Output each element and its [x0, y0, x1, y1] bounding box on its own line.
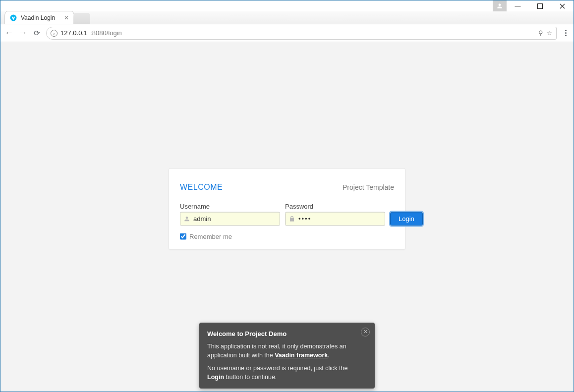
toast-close-button[interactable]: ✕ — [361, 328, 370, 336]
svg-rect-0 — [538, 3, 543, 8]
vaadin-favicon-icon — [10, 14, 17, 21]
password-input-wrap[interactable] — [285, 212, 385, 225]
welcome-toast: ✕ Welcome to Project Demo This applicati… — [199, 323, 375, 389]
window-maximize-button[interactable] — [529, 0, 551, 11]
username-input-wrap[interactable] — [180, 212, 280, 225]
welcome-heading: WELCOME — [180, 182, 223, 191]
window-minimize-button[interactable]: ― — [507, 0, 529, 11]
window-close-button[interactable] — [551, 0, 574, 11]
remember-me-label: Remember me — [189, 232, 232, 240]
vaadin-framework-link[interactable]: Vaadin framework — [275, 352, 328, 359]
password-input[interactable] — [298, 215, 382, 223]
username-label: Username — [180, 202, 280, 210]
login-card: WELCOME Project Template Username Passwo… — [169, 168, 405, 249]
browser-tab[interactable]: Vaadin Login ✕ — [4, 11, 74, 24]
toast-line-1: This application is not real, it only de… — [207, 342, 357, 360]
new-tab-button[interactable] — [73, 13, 90, 24]
bookmark-icon[interactable]: ☆ — [546, 29, 552, 37]
lock-icon — [288, 215, 295, 222]
site-info-icon[interactable]: i — [51, 30, 57, 37]
toast-title: Welcome to Project Demo — [207, 330, 357, 339]
window-titlebar: ― — [0, 0, 574, 11]
user-icon — [183, 215, 190, 222]
chrome-user-icon[interactable] — [493, 0, 507, 11]
save-password-icon[interactable]: ⚲ — [538, 29, 543, 37]
password-label: Password — [285, 202, 385, 210]
toast-line-2: No username or password is required, jus… — [207, 364, 357, 382]
login-button[interactable]: Login — [390, 212, 423, 225]
url-host: 127.0.0.1 — [60, 29, 87, 37]
url-path: :8080/login — [90, 29, 122, 37]
project-name: Project Template — [343, 183, 394, 191]
address-bar[interactable]: i 127.0.0.1:8080/login ⚲ ☆ — [46, 27, 557, 40]
back-button[interactable]: ← — [4, 28, 13, 38]
tab-close-icon[interactable]: ✕ — [64, 14, 69, 21]
username-input[interactable] — [193, 215, 277, 223]
browser-toolbar: ← → ⟳ i 127.0.0.1:8080/login ⚲ ☆ — [0, 24, 574, 42]
reload-button[interactable]: ⟳ — [32, 29, 41, 38]
forward-button[interactable]: → — [18, 28, 27, 38]
remember-me-checkbox[interactable] — [180, 233, 186, 239]
browser-tabstrip: Vaadin Login ✕ — [0, 11, 574, 24]
page-content: WELCOME Project Template Username Passwo… — [0, 42, 574, 392]
tab-title: Vaadin Login — [21, 14, 55, 21]
chrome-menu-button[interactable] — [562, 30, 570, 36]
